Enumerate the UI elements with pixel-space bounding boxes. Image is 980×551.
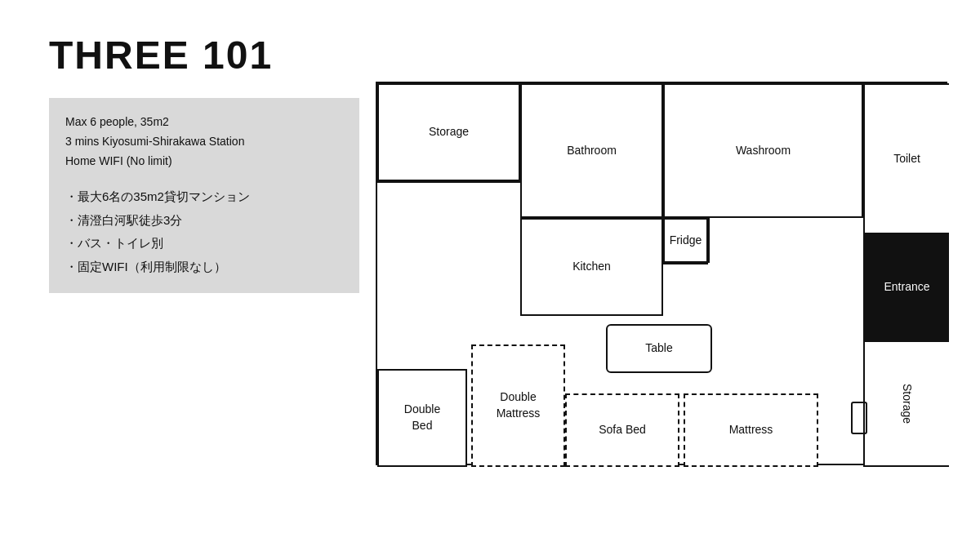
- key-icon: [851, 402, 867, 434]
- japanese-info: ・最大6名の35m2貸切マンション ・清澄白河駅徒歩3分 ・バス・トイレ別 ・固…: [65, 185, 343, 278]
- room-toilet: Toilet: [863, 83, 949, 234]
- divider-fridge-bottom: [663, 263, 708, 264]
- floorplan: Storage Bathroom Washroom Toilet Kitchen…: [376, 82, 947, 465]
- room-sofa-bed: Sofa Bed: [565, 393, 679, 467]
- room-double-bed: Double Bed: [377, 369, 467, 467]
- room-table: Table: [606, 324, 712, 373]
- divider-fridge-right: [708, 218, 710, 263]
- divider-storage-lower: [377, 181, 520, 183]
- page-title: THREE 101: [49, 33, 273, 78]
- room-bathroom: Bathroom: [520, 83, 663, 218]
- room-double-mattress: Double Mattress: [471, 344, 565, 467]
- room-kitchen: Kitchen: [520, 218, 663, 316]
- info-box: Max 6 people, 35m2 3 mins Kiyosumi-Shira…: [49, 98, 359, 293]
- room-storage-right: Storage: [863, 340, 949, 467]
- room-entrance: Entrance: [863, 234, 949, 340]
- room-storage-top: Storage: [377, 83, 520, 181]
- room-mattress: Mattress: [684, 393, 818, 467]
- room-washroom: Washroom: [663, 83, 863, 218]
- english-info: Max 6 people, 35m2 3 mins Kiyosumi-Shira…: [65, 113, 343, 171]
- room-fridge: Fridge: [663, 218, 708, 263]
